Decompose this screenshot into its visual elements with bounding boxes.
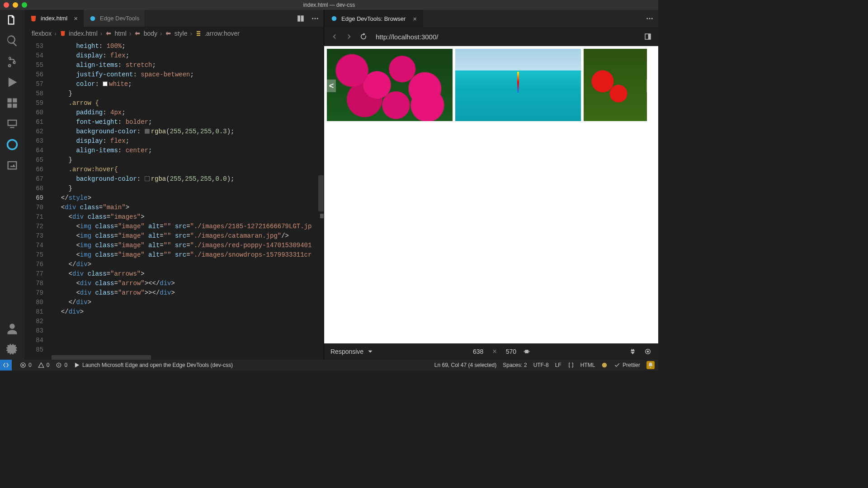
element-icon bbox=[105, 30, 112, 37]
macos-titlebar: index.html — dev-css bbox=[0, 0, 658, 10]
viewport-height[interactable]: 570 bbox=[506, 348, 516, 355]
breadcrumb-item[interactable]: body bbox=[144, 30, 157, 37]
rotate-icon[interactable] bbox=[523, 347, 531, 356]
edge-tools-icon[interactable] bbox=[6, 138, 19, 151]
svg-point-7 bbox=[649, 18, 651, 19]
status-indent[interactable]: Spaces: 2 bbox=[503, 362, 527, 368]
html-file-icon bbox=[59, 30, 66, 37]
css-rule-icon bbox=[195, 30, 202, 37]
chevron-right-icon: › bbox=[54, 30, 57, 37]
status-warnings[interactable]: 0 bbox=[38, 362, 50, 368]
emulate-css-icon[interactable] bbox=[644, 347, 652, 356]
breadcrumb-item[interactable]: index.html bbox=[69, 30, 98, 37]
svg-point-5 bbox=[332, 16, 337, 21]
reload-icon[interactable] bbox=[359, 33, 368, 41]
status-cursor-position[interactable]: Ln 69, Col 47 (4 selected) bbox=[434, 362, 496, 368]
tab-edge-devtools[interactable]: Edge DevTools bbox=[84, 10, 145, 27]
window-minimize[interactable] bbox=[13, 2, 18, 8]
code-content[interactable]: height: 100%; display: flex; align-items… bbox=[53, 40, 324, 355]
breadcrumb-item[interactable]: style bbox=[175, 30, 188, 37]
svg-point-2 bbox=[312, 18, 313, 19]
status-encoding[interactable]: UTF-8 bbox=[533, 362, 549, 368]
line-gutter: 5354555657585960616263646566676869707172… bbox=[24, 40, 53, 355]
more-icon[interactable] bbox=[311, 14, 319, 23]
run-debug-icon[interactable] bbox=[6, 76, 19, 89]
svg-point-1 bbox=[90, 16, 95, 21]
svg-point-3 bbox=[315, 18, 316, 19]
forward-icon[interactable] bbox=[345, 33, 353, 41]
status-ports[interactable]: 0 bbox=[56, 362, 67, 368]
check-icon bbox=[614, 362, 620, 368]
status-eol[interactable]: LF bbox=[555, 362, 561, 368]
split-editor-icon[interactable] bbox=[297, 14, 305, 23]
activity-bar bbox=[0, 10, 24, 360]
svg-point-13 bbox=[58, 365, 59, 366]
status-errors[interactable]: 0 bbox=[20, 362, 32, 368]
browser-toolbar: http://localhost:3000/ bbox=[324, 27, 658, 46]
device-toolbar: Responsive 638 × 570 bbox=[324, 343, 658, 360]
source-control-icon[interactable] bbox=[6, 55, 19, 68]
chevron-right-icon: › bbox=[160, 30, 162, 37]
search-icon[interactable] bbox=[6, 34, 19, 47]
breadcrumb-item[interactable]: html bbox=[115, 30, 127, 37]
screenshot-icon[interactable] bbox=[629, 347, 637, 356]
element-icon bbox=[134, 30, 141, 37]
vertical-scrollbar[interactable] bbox=[318, 175, 324, 211]
back-icon[interactable] bbox=[330, 33, 339, 41]
tab-index-html[interactable]: index.html × bbox=[24, 10, 84, 27]
status-prettier[interactable]: Prettier bbox=[614, 362, 640, 368]
devtools-browser-panel: Edge DevTools: Browser × http://localhos… bbox=[324, 10, 658, 360]
devtools-tabs: Edge DevTools: Browser × bbox=[324, 10, 658, 27]
status-live-preview[interactable] bbox=[601, 362, 608, 368]
dimension-separator: × bbox=[492, 347, 496, 356]
remote-explorer-icon[interactable] bbox=[6, 117, 19, 130]
status-language[interactable]: HTML bbox=[580, 362, 595, 368]
extensions-icon[interactable] bbox=[6, 97, 19, 109]
gallery-image bbox=[455, 49, 581, 121]
remote-indicator[interactable] bbox=[0, 360, 12, 371]
breadcrumb-item[interactable]: .arrow:hover bbox=[204, 30, 240, 37]
chevron-right-icon: › bbox=[100, 30, 103, 37]
image-asset-icon[interactable] bbox=[6, 159, 19, 172]
breadcrumb-item[interactable]: flexbox bbox=[32, 30, 52, 37]
horizontal-scrollbar[interactable] bbox=[24, 355, 324, 360]
svg-point-0 bbox=[8, 140, 17, 150]
browser-viewport[interactable]: < > bbox=[324, 46, 658, 343]
gallery-image bbox=[584, 49, 647, 121]
tab-label: Edge DevTools bbox=[100, 15, 139, 22]
status-launch-edge[interactable]: Launch Microsoft Edge and open the Edge … bbox=[74, 362, 233, 368]
editor-tabs: index.html × Edge DevTools bbox=[24, 10, 324, 27]
close-icon[interactable]: × bbox=[74, 14, 78, 22]
tab-label: index.html bbox=[41, 15, 67, 22]
breadcrumb[interactable]: flexbox › index.html › html › body › sty… bbox=[24, 27, 324, 40]
window-close[interactable] bbox=[4, 2, 9, 8]
url-bar[interactable]: http://localhost:3000/ bbox=[374, 33, 637, 41]
viewport-width[interactable]: 638 bbox=[473, 348, 483, 355]
editor-panel: index.html × Edge DevTools flexbox › ind… bbox=[24, 10, 324, 360]
settings-gear-icon[interactable] bbox=[6, 343, 19, 356]
device-mode-select[interactable]: Responsive bbox=[330, 347, 374, 356]
chevron-right-icon: › bbox=[190, 30, 192, 37]
chevron-down-icon bbox=[366, 347, 374, 356]
code-editor[interactable]: 5354555657585960616263646566676869707172… bbox=[24, 40, 324, 355]
svg-point-8 bbox=[651, 18, 653, 19]
notifications-icon[interactable] bbox=[646, 361, 655, 369]
tab-devtools-browser[interactable]: Edge DevTools: Browser × bbox=[324, 10, 423, 27]
window-maximize[interactable] bbox=[22, 2, 27, 8]
account-icon[interactable] bbox=[6, 323, 19, 335]
chevron-right-icon: › bbox=[129, 30, 132, 37]
explorer-icon[interactable] bbox=[6, 14, 19, 26]
more-icon[interactable] bbox=[646, 14, 654, 23]
minimap-indicator bbox=[320, 214, 324, 218]
gallery-prev-arrow[interactable]: < bbox=[327, 80, 336, 92]
status-brackets[interactable] bbox=[568, 362, 574, 368]
close-icon[interactable]: × bbox=[413, 15, 417, 23]
element-icon bbox=[165, 30, 172, 37]
html-file-icon bbox=[30, 15, 37, 22]
tab-label: Edge DevTools: Browser bbox=[341, 15, 406, 22]
window-title: index.html — dev-css bbox=[303, 2, 355, 8]
svg-point-6 bbox=[646, 18, 648, 19]
svg-point-10 bbox=[647, 351, 649, 353]
gallery-next-arrow[interactable]: > bbox=[646, 80, 656, 92]
dock-icon[interactable] bbox=[644, 33, 652, 41]
